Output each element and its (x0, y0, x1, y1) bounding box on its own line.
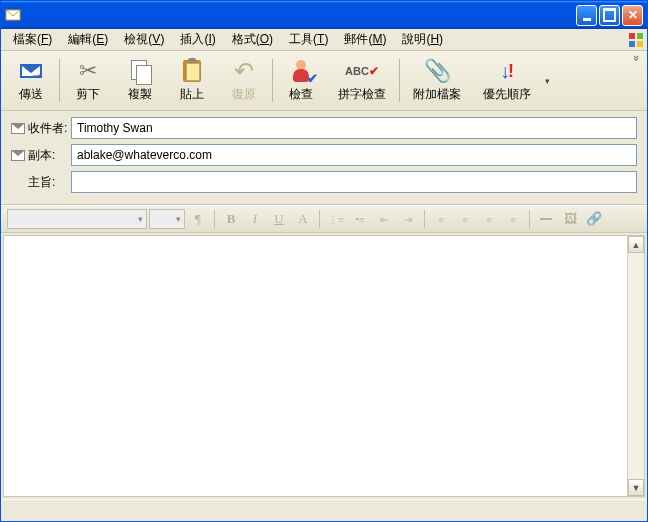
to-label[interactable]: 收件者: (11, 120, 71, 137)
toolbar-overflow-button[interactable]: » (631, 55, 643, 61)
font-color-button[interactable]: A (292, 209, 314, 229)
scroll-up-button[interactable]: ▲ (628, 236, 644, 253)
cut-button[interactable]: ✂ 剪下 (62, 53, 114, 108)
svg-rect-1 (629, 33, 635, 39)
font-family-select[interactable]: ▾ (7, 209, 147, 229)
numbered-list-button[interactable]: ⋮≡ (325, 209, 347, 229)
scissors-icon: ✂ (75, 58, 101, 84)
menu-tools[interactable]: 工具(T) (281, 29, 336, 50)
menu-edit[interactable]: 編輯(E) (60, 29, 116, 50)
priority-button[interactable]: ↓! 優先順序 (472, 53, 542, 108)
copy-button[interactable]: 複製 (114, 53, 166, 108)
message-body-input[interactable] (4, 236, 627, 496)
format-toolbar: ▾ ▾ ¶ B I U A ⋮≡ •≡ ⇤ ⇥ ≡ ≡ ≡ ≡ 🖼 🔗 (1, 205, 647, 233)
underline-button[interactable]: U (268, 209, 290, 229)
bullet-list-button[interactable]: •≡ (349, 209, 371, 229)
indent-button[interactable]: ⇥ (397, 209, 419, 229)
undo-button[interactable]: ↶ 復原 (218, 53, 270, 108)
copy-icon (131, 60, 149, 82)
scroll-track[interactable] (628, 253, 644, 479)
align-right-button[interactable]: ≡ (478, 209, 500, 229)
send-button[interactable]: 傳送 (5, 53, 57, 108)
undo-icon: ↶ (231, 58, 257, 84)
menubar: 檔案(F) 編輯(E) 檢視(V) 插入(I) 格式(O) 工具(T) 郵件(M… (1, 29, 647, 51)
svg-rect-4 (637, 41, 643, 47)
subject-input[interactable] (71, 171, 637, 193)
abc-spellcheck-icon: ABC (349, 58, 375, 84)
header-fields: 收件者: 副本: 主旨: (1, 111, 647, 205)
align-justify-button[interactable]: ≡ (502, 209, 524, 229)
statusbar (1, 499, 647, 521)
maximize-button[interactable] (599, 5, 620, 26)
cc-input[interactable] (71, 144, 637, 166)
cc-label[interactable]: 副本: (11, 147, 71, 164)
paste-button[interactable]: 貼上 (166, 53, 218, 108)
attach-button[interactable]: 📎 附加檔案 (402, 53, 472, 108)
scroll-down-button[interactable]: ▼ (628, 479, 644, 496)
menu-help[interactable]: 說明(H) (394, 29, 451, 50)
windows-logo-icon (625, 29, 647, 51)
hr-button[interactable] (535, 209, 557, 229)
spellcheck-button[interactable]: ABC 拼字檢查 (327, 53, 397, 108)
svg-rect-3 (629, 41, 635, 47)
menu-view[interactable]: 檢視(V) (116, 29, 172, 50)
vertical-scrollbar[interactable]: ▲ ▼ (627, 236, 644, 496)
insert-image-button[interactable]: 🖼 (559, 209, 581, 229)
clipboard-paste-icon (183, 60, 201, 82)
app-icon (5, 7, 21, 23)
addressbook-icon (11, 150, 25, 161)
paragraph-style-button[interactable]: ¶ (187, 209, 209, 229)
outdent-button[interactable]: ⇤ (373, 209, 395, 229)
priority-dropdown[interactable]: ▾ (542, 53, 552, 108)
align-center-button[interactable]: ≡ (454, 209, 476, 229)
close-button[interactable] (622, 5, 643, 26)
align-left-button[interactable]: ≡ (430, 209, 452, 229)
paperclip-icon: 📎 (424, 58, 450, 84)
insert-link-button[interactable]: 🔗 (583, 209, 605, 229)
priority-icon: ↓! (494, 58, 520, 84)
menu-insert[interactable]: 插入(I) (172, 29, 223, 50)
to-input[interactable] (71, 117, 637, 139)
addressbook-icon (11, 123, 25, 134)
font-size-select[interactable]: ▾ (149, 209, 185, 229)
italic-button[interactable]: I (244, 209, 266, 229)
menu-file[interactable]: 檔案(F) (5, 29, 60, 50)
message-body-area: ▲ ▼ (3, 235, 645, 497)
subject-label: 主旨: (11, 174, 71, 191)
svg-rect-2 (637, 33, 643, 39)
menu-message[interactable]: 郵件(M) (336, 29, 394, 50)
toolbar: 傳送 ✂ 剪下 複製 貼上 ↶ 復原 ✔ 檢查 ABC 拼字檢查 📎 (1, 51, 647, 111)
minimize-button[interactable] (576, 5, 597, 26)
menu-format[interactable]: 格式(O) (224, 29, 281, 50)
check-button[interactable]: ✔ 檢查 (275, 53, 327, 108)
bold-button[interactable]: B (220, 209, 242, 229)
envelope-send-icon (20, 64, 42, 78)
